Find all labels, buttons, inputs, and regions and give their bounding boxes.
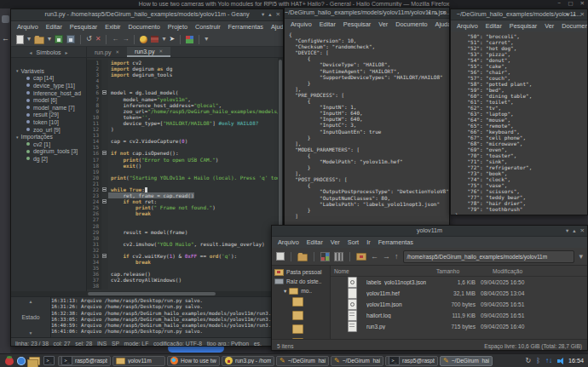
file-manager-icon[interactable] (29, 357, 40, 365)
place-pasta-pessoal[interactable]: Pasta pessoal (272, 267, 330, 277)
column-header-tamanho[interactable]: Tamanho (429, 268, 486, 274)
maximize-icon[interactable]: ▴ (573, 12, 575, 18)
folder-icon[interactable] (292, 297, 303, 307)
menu-item-documento[interactable]: Documento (395, 20, 427, 28)
labels-editor-titlebar[interactable]: ~/DeGirum_hailo_examples/models/yolov11.… (451, 9, 587, 20)
build-icon[interactable] (151, 36, 159, 43)
menu-item-arquivo[interactable]: Arquivo (17, 23, 38, 31)
symbol-item[interactable]: token [10] (11, 118, 86, 126)
status-message[interactable]: 16:33:05: Arquivo /home/rasp5/DeGirum_ha… (51, 317, 283, 323)
symbol-item[interactable]: device_type [11] (11, 82, 86, 89)
sidebar-notebook-header[interactable]: ◂ Símbolos ▸ (11, 47, 87, 57)
menu-item-ferramentas[interactable]: Ferramentas (228, 23, 263, 31)
menu-item-arquivo[interactable]: Arquivo (278, 238, 299, 246)
menu-item-editar[interactable]: Editar (307, 238, 323, 246)
build-dropdown-icon[interactable]: ▾ (162, 36, 165, 43)
fold-icon[interactable] (102, 254, 107, 258)
expander-icon[interactable]: ▾ (16, 68, 19, 73)
network-traffic-icon[interactable]: ↑↓ (545, 358, 552, 364)
symbols-panel[interactable]: ▾Variáveiscap [14]device_type [11]infere… (11, 58, 87, 291)
bluetooth-icon[interactable]: ᛒ (536, 358, 540, 364)
expander-icon[interactable]: ▾ (284, 288, 286, 295)
task-button[interactable]: ✎~/DeGirum_hai.. (276, 356, 329, 366)
firefox-minimize-icon[interactable]: − (558, 0, 562, 7)
tree-folder-models[interactable]: ▾mo.. (272, 286, 330, 295)
menu-item-editar[interactable]: Editar (46, 23, 62, 31)
firefox-close-icon[interactable]: ✕ (580, 0, 585, 7)
status-message[interactable]: 16:41:06: Arquivo /home/rasp5/Desktop/ru… (51, 329, 283, 335)
maximize-icon[interactable]: ▴ (573, 228, 575, 234)
task-button[interactable]: >_rasp5@raspber.. (58, 356, 111, 366)
symbol-item[interactable]: degirum_tools [3] (11, 148, 86, 156)
clock[interactable]: 16:54 (568, 357, 586, 364)
shade-icon[interactable]: ▾ (566, 228, 568, 234)
task-button[interactable]: How to use two.. (167, 356, 220, 366)
path-dropdown-icon[interactable]: ▾ (579, 253, 583, 261)
new-dropdown-icon[interactable]: ▾ (27, 36, 31, 43)
code-lines[interactable]: 1import cv22import degirum as dg3import … (87, 60, 278, 290)
close-icon[interactable]: ✕ (580, 12, 585, 18)
back-icon[interactable]: ← (371, 253, 378, 261)
menu-item-pesquisar[interactable]: Pesquisar (510, 22, 537, 30)
symbol-item[interactable]: inference_host_ad (11, 89, 86, 97)
symbol-item[interactable]: dg [2] (11, 155, 86, 163)
menu-item-exibir[interactable]: Exibir (105, 23, 120, 31)
save-icon[interactable] (55, 35, 63, 43)
menu-item-documento[interactable]: Documento (562, 22, 587, 30)
column-header-nome[interactable]: Nome (331, 268, 429, 274)
updates-icon[interactable]: ↻ (525, 358, 531, 364)
symbol-group-importacoes[interactable]: ▾Importações (11, 133, 86, 140)
menu-item-ir[interactable]: Ir (366, 238, 370, 246)
tab-run3-py[interactable]: run3.py✕ (127, 47, 170, 57)
status-message[interactable]: 16:31:26: Arquivo /home/rasp5/Desktop/ru… (51, 304, 283, 310)
menu-item-sort[interactable]: Sort (348, 238, 359, 246)
symbol-group-variaveis[interactable]: ▾Variáveis (11, 67, 86, 75)
task-button[interactable]: >_rasp5@raspber.. (385, 356, 438, 366)
back-icon[interactable]: ← (2, 34, 9, 43)
toolbar-overflow-icon[interactable]: ▾ (205, 36, 208, 43)
new-folder-icon[interactable] (297, 254, 308, 261)
fold-icon[interactable] (102, 151, 107, 155)
terminal-launcher-icon[interactable]: >_ (43, 356, 55, 365)
menu-item-pesquisar[interactable]: Pesquisar (343, 20, 371, 28)
place-raiz-do-siste[interactable]: Raiz do siste.. (272, 277, 330, 286)
forward-icon[interactable]: → (122, 36, 129, 43)
notebook-left-icon[interactable]: ◂ (29, 49, 32, 55)
editor-horizontal-scrollbar[interactable] (11, 291, 283, 296)
messages-tab-strip[interactable]: ▲ Estado ▼ (11, 297, 51, 337)
status-message[interactable]: 16:32:38: Arquivo /home/rasp5/DeGirum_ha… (51, 311, 283, 317)
notebook-right-icon[interactable]: ▸ (66, 49, 68, 55)
close-icon[interactable]: ✕ (276, 12, 280, 18)
menu-item-ver[interactable]: Ver (331, 238, 340, 246)
file-row[interactable]: labels_yolo11nopt3.json1,6 KiB09/04/2025… (331, 277, 587, 288)
open-dropdown-icon[interactable]: ▾ (48, 36, 51, 43)
maximize-icon[interactable]: ▴ (268, 12, 271, 18)
up-icon[interactable]: ↑ (395, 253, 399, 261)
file-row[interactable]: run3.py715 bytes09/04/2025 16:40 (331, 321, 587, 332)
messages-tab-status[interactable]: Estado (21, 314, 39, 320)
open-file-icon[interactable] (34, 37, 44, 44)
status-message[interactable]: 16:31:13: Arquivo /home/rasp5/Desktop/ru… (51, 298, 283, 304)
menu-item-construir[interactable]: Construir (195, 23, 221, 31)
shade-icon[interactable]: ▾ (262, 12, 264, 18)
revert-icon[interactable]: ↺ (86, 36, 92, 43)
labels-editor-content[interactable]: "50": "broccoli", "51": "carrot", "52": … (451, 32, 587, 215)
symbol-item[interactable]: model_name [7] (11, 104, 86, 112)
symbol-item[interactable]: zoo_url [9] (11, 126, 86, 134)
task-button[interactable]: ✎~/DeGirum_hai.. (331, 356, 383, 366)
save-all-icon[interactable] (66, 35, 75, 43)
shade-icon[interactable]: ▾ (428, 10, 430, 16)
status-messages-list[interactable]: 16:31:13: Arquivo /home/rasp5/Desktop/ru… (51, 297, 283, 337)
task-button[interactable]: ✎~/DeGirum_hai.. (440, 356, 493, 366)
json-editor-titlebar[interactable]: ~/DeGirum_hailo_examples/models/yolov11m… (285, 8, 449, 19)
fold-icon[interactable] (102, 199, 107, 204)
path-input[interactable]: /home/rasp5/DeGirum_hailo_examples/model… (403, 250, 575, 263)
menu-item-editar[interactable]: Editar (320, 20, 336, 28)
status-message[interactable]: 16:40:59: Arquivo /home/rasp5/DeGirum_ha… (51, 323, 283, 329)
back-icon[interactable]: ← (112, 36, 118, 43)
file-row[interactable]: yolov11m.json700 bytes09/04/2025 16:51 (331, 299, 587, 310)
new-window-icon[interactable] (276, 252, 285, 261)
file-manager-titlebar[interactable]: yolov11m ▾▴✕ (272, 226, 587, 237)
folder-icon[interactable] (292, 311, 303, 320)
menu-item-ajuda[interactable]: Ajuda (271, 23, 283, 31)
